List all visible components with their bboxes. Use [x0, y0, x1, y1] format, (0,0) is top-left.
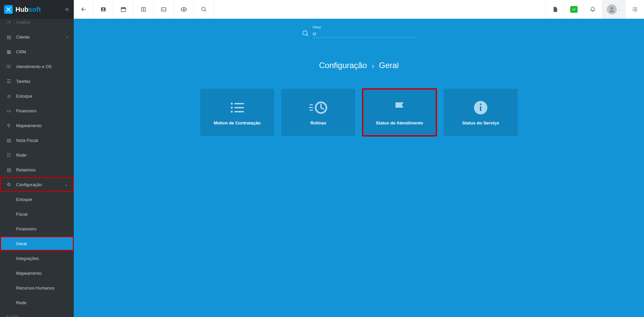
check-badge-icon — [570, 6, 578, 13]
sidebar-item-label: Relatórios — [16, 167, 36, 172]
sidebar-item-label: Mapeamento — [16, 123, 42, 128]
svg-rect-4 — [121, 7, 126, 9]
pin-icon: ⚲ — [6, 123, 11, 128]
sidebar-item-label: Nota Fiscal — [16, 138, 38, 143]
filter-input[interactable] — [313, 30, 416, 38]
card-label: Motivo de Contratação — [214, 120, 261, 125]
calendar-button[interactable] — [113, 0, 133, 18]
sidebar-subitem-rede[interactable]: Rede — [0, 295, 74, 310]
filter-label: Filtrar — [313, 25, 416, 29]
card-grid: Motivo de Contratação Rotinas Status de … — [74, 89, 644, 136]
sidebar-item-crm[interactable]: ▦ CRM — [0, 44, 74, 59]
sidebar-item-label: Análise — [16, 20, 31, 25]
svg-point-12 — [610, 7, 613, 9]
logo-brand-b: soft — [29, 6, 41, 13]
sidebar-subitem-estoque[interactable]: Estoque — [0, 192, 74, 207]
svg-point-26 — [480, 103, 482, 105]
card-label: Rotinas — [310, 120, 326, 125]
svg-rect-6 — [124, 7, 125, 8]
chart-icon: ◔ — [6, 19, 11, 25]
card-status-servico[interactable]: Status do Serviço — [444, 89, 518, 136]
contact-button[interactable] — [93, 0, 113, 18]
sidebar-subitem-geral[interactable]: Geral — [0, 236, 74, 251]
chevron-down-icon: ⌄ — [65, 182, 68, 187]
gear-icon: ⚙ — [6, 182, 11, 187]
card-status-atendimento[interactable]: Status de Atendimento — [363, 89, 436, 136]
sidebar-item-relatorios[interactable]: ▤ Relatórios — [0, 162, 74, 177]
sidebar-item-label: Financeiro — [16, 226, 37, 231]
sidebar: Hubsoft ◔ Análise ▤ Cliente › ▦ CRM ☏ — [0, 0, 74, 317]
svg-point-2 — [102, 8, 104, 10]
sidebar-item-notafiscal[interactable]: ▤ Nota Fiscal — [0, 133, 74, 148]
sidebar-item-label: Estoque — [16, 197, 32, 202]
sidebar-item-configuracao[interactable]: ⚙ Configuração ⌄ — [0, 177, 74, 192]
card-label: Status do Serviço — [462, 120, 499, 125]
sidebar-item-label: Atendimento e OS — [16, 64, 52, 69]
breadcrumb: Configuração › Geral — [74, 61, 644, 70]
logo-icon — [4, 5, 13, 14]
view-button[interactable] — [174, 0, 194, 18]
sidebar-logo: Hubsoft — [0, 0, 74, 19]
person-card-icon: ▤ — [6, 34, 11, 40]
svg-point-13 — [303, 31, 307, 35]
sidebar-item-label: Mapeamento — [16, 271, 42, 276]
sidebar-item-atendimento[interactable]: ☏ Atendimento e OS — [0, 59, 74, 74]
sidebar-help-section: AJUDA — [0, 310, 74, 317]
svg-rect-25 — [480, 106, 481, 111]
sidebar-item-label: Configuração — [16, 182, 42, 187]
network-icon: ☷ — [6, 152, 11, 158]
sidebar-item-label: Estoque — [16, 94, 32, 99]
svg-rect-9 — [161, 7, 166, 11]
svg-rect-17 — [234, 107, 244, 108]
billing-button[interactable]: $ — [133, 0, 154, 18]
chevron-right-icon: › — [372, 62, 374, 70]
crm-icon: ▦ — [6, 49, 11, 54]
wallet-icon: ▭ — [6, 108, 11, 113]
document-icon: ▤ — [6, 167, 11, 172]
user-menu-button[interactable]: ⌄ — [602, 0, 625, 18]
search-icon[interactable] — [302, 30, 309, 37]
flag-icon — [393, 100, 406, 116]
svg-rect-23 — [310, 110, 313, 111]
sidebar-item-financeiro[interactable]: ▭ Financeiro — [0, 103, 74, 118]
card-motivo-contratacao[interactable]: Motivo de Contratação — [200, 89, 274, 136]
info-icon — [473, 100, 488, 116]
list-button[interactable] — [625, 0, 644, 18]
receipt-icon: ▤ — [6, 138, 11, 143]
search-button[interactable] — [194, 0, 214, 18]
sidebar-subitem-rh[interactable]: Recursos Humanos — [0, 280, 74, 295]
status-button[interactable] — [564, 0, 583, 18]
pdf-button[interactable] — [545, 0, 564, 18]
svg-point-10 — [183, 8, 184, 10]
sidebar-item-label: Fiscal — [16, 212, 28, 217]
svg-point-18 — [231, 111, 233, 113]
headset-icon: ☏ — [6, 64, 11, 69]
clock-speed-icon — [309, 100, 328, 116]
sidebar-item-rede[interactable]: ☷ Rede — [0, 148, 74, 162]
chevron-down-icon: ⌄ — [618, 7, 621, 11]
sidebar-item-cliente[interactable]: ▤ Cliente › — [0, 30, 74, 44]
terminal-button[interactable] — [154, 0, 174, 18]
sidebar-item-tarefas[interactable]: ☰ Tarefas — [0, 74, 74, 89]
sidebar-item-label: Rede — [16, 300, 26, 305]
svg-text:$: $ — [143, 8, 144, 11]
notifications-button[interactable] — [583, 0, 602, 18]
list-icon — [229, 100, 245, 116]
sidebar-subitem-mapeamento[interactable]: Mapeamento — [0, 266, 74, 280]
sidebar-collapse-button[interactable] — [64, 7, 70, 12]
logo-brand-a: Hub — [15, 6, 29, 13]
card-rotinas[interactable]: Rotinas — [281, 89, 355, 136]
sidebar-item-estoque[interactable]: ⧈ Estoque — [0, 89, 74, 103]
svg-point-14 — [231, 103, 233, 105]
sidebar-subitem-fiscal[interactable]: Fiscal — [0, 207, 74, 221]
svg-point-16 — [231, 107, 233, 109]
sidebar-item-label: Financeiro — [16, 108, 37, 113]
sidebar-subitem-financeiro[interactable]: Financeiro — [0, 221, 74, 236]
sidebar-subitem-integracoes[interactable]: Integrações — [0, 251, 74, 266]
avatar-icon — [607, 4, 617, 14]
back-button[interactable] — [74, 0, 93, 18]
sidebar-item-analise[interactable]: ◔ Análise — [0, 19, 74, 30]
svg-rect-0 — [68, 8, 69, 11]
breadcrumb-part-b: Geral — [379, 61, 399, 70]
sidebar-item-mapeamento[interactable]: ⚲ Mapeamento — [0, 118, 74, 133]
